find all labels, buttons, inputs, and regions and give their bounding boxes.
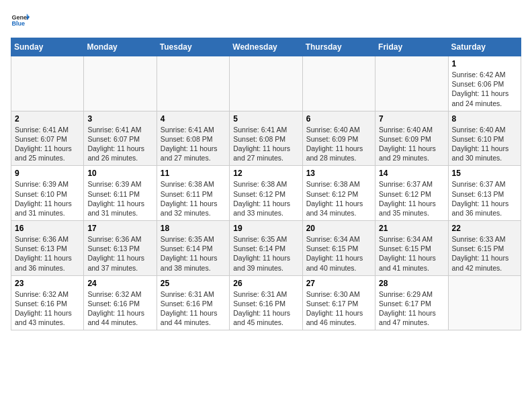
week-row-3: 9Sunrise: 6:39 AMSunset: 6:10 PMDaylight… (11, 166, 521, 221)
day-number: 9 (15, 169, 80, 178)
calendar-cell: 26Sunrise: 6:31 AMSunset: 6:16 PMDayligh… (230, 275, 302, 330)
day-number: 11 (161, 169, 226, 178)
calendar-cell: 18Sunrise: 6:35 AMSunset: 6:14 PMDayligh… (157, 221, 229, 276)
page-header: General Blue (11, 11, 521, 30)
day-number: 18 (161, 224, 226, 233)
day-info: Sunrise: 6:35 AMSunset: 6:14 PMDaylight:… (233, 234, 298, 273)
calendar-cell: 24Sunrise: 6:32 AMSunset: 6:16 PMDayligh… (84, 275, 157, 330)
calendar-cell: 11Sunrise: 6:38 AMSunset: 6:11 PMDayligh… (157, 166, 229, 221)
day-number: 22 (452, 224, 517, 233)
day-info: Sunrise: 6:29 AMSunset: 6:17 PMDaylight:… (379, 289, 444, 328)
day-number: 14 (379, 169, 444, 178)
calendar-cell (448, 275, 521, 330)
calendar-cell: 10Sunrise: 6:39 AMSunset: 6:11 PMDayligh… (84, 166, 157, 221)
calendar-cell: 28Sunrise: 6:29 AMSunset: 6:17 PMDayligh… (375, 275, 448, 330)
day-info: Sunrise: 6:41 AMSunset: 6:07 PMDaylight:… (15, 125, 80, 163)
calendar-cell: 5Sunrise: 6:41 AMSunset: 6:08 PMDaylight… (230, 111, 302, 166)
calendar-cell: 6Sunrise: 6:40 AMSunset: 6:09 PMDaylight… (302, 111, 375, 166)
week-row-1: 1Sunrise: 6:42 AMSunset: 6:06 PMDaylight… (11, 56, 521, 111)
svg-text:Blue: Blue (11, 20, 25, 27)
day-info: Sunrise: 6:37 AMSunset: 6:13 PMDaylight:… (452, 179, 517, 218)
calendar-cell: 21Sunrise: 6:34 AMSunset: 6:15 PMDayligh… (375, 221, 448, 276)
calendar-cell: 8Sunrise: 6:40 AMSunset: 6:10 PMDaylight… (448, 111, 521, 166)
day-info: Sunrise: 6:40 AMSunset: 6:10 PMDaylight:… (452, 125, 517, 163)
logo: General Blue (11, 11, 30, 30)
day-number: 15 (452, 169, 517, 178)
day-info: Sunrise: 6:38 AMSunset: 6:12 PMDaylight:… (233, 179, 298, 218)
day-info: Sunrise: 6:41 AMSunset: 6:08 PMDaylight:… (161, 125, 226, 163)
weekday-header-wednesday: Wednesday (230, 38, 302, 56)
day-number: 8 (452, 114, 517, 124)
weekday-header-tuesday: Tuesday (157, 38, 229, 56)
calendar-cell: 9Sunrise: 6:39 AMSunset: 6:10 PMDaylight… (11, 166, 84, 221)
day-info: Sunrise: 6:41 AMSunset: 6:08 PMDaylight:… (233, 125, 298, 163)
day-number: 7 (379, 114, 444, 124)
day-info: Sunrise: 6:34 AMSunset: 6:15 PMDaylight:… (306, 234, 371, 273)
day-number: 28 (379, 279, 444, 288)
day-number: 2 (15, 114, 80, 124)
calendar-cell: 16Sunrise: 6:36 AMSunset: 6:13 PMDayligh… (11, 221, 84, 276)
day-info: Sunrise: 6:33 AMSunset: 6:15 PMDaylight:… (452, 234, 517, 273)
day-info: Sunrise: 6:32 AMSunset: 6:16 PMDaylight:… (87, 289, 152, 328)
calendar-cell: 27Sunrise: 6:30 AMSunset: 6:17 PMDayligh… (302, 275, 375, 330)
day-info: Sunrise: 6:41 AMSunset: 6:07 PMDaylight:… (87, 125, 152, 163)
day-info: Sunrise: 6:31 AMSunset: 6:16 PMDaylight:… (233, 289, 298, 328)
day-info: Sunrise: 6:31 AMSunset: 6:16 PMDaylight:… (161, 289, 226, 328)
calendar-cell (375, 56, 448, 111)
day-info: Sunrise: 6:40 AMSunset: 6:09 PMDaylight:… (306, 125, 371, 163)
calendar-cell (157, 56, 229, 111)
day-info: Sunrise: 6:35 AMSunset: 6:14 PMDaylight:… (161, 234, 226, 273)
day-info: Sunrise: 6:36 AMSunset: 6:13 PMDaylight:… (15, 234, 80, 273)
calendar-cell: 23Sunrise: 6:32 AMSunset: 6:16 PMDayligh… (11, 275, 84, 330)
day-info: Sunrise: 6:30 AMSunset: 6:17 PMDaylight:… (306, 289, 371, 328)
day-number: 19 (233, 224, 298, 233)
day-info: Sunrise: 6:40 AMSunset: 6:09 PMDaylight:… (379, 125, 444, 163)
day-number: 23 (15, 279, 80, 288)
calendar-cell: 17Sunrise: 6:36 AMSunset: 6:13 PMDayligh… (84, 221, 157, 276)
weekday-header-thursday: Thursday (302, 38, 375, 56)
day-info: Sunrise: 6:37 AMSunset: 6:12 PMDaylight:… (379, 179, 444, 218)
calendar-cell: 13Sunrise: 6:38 AMSunset: 6:12 PMDayligh… (302, 166, 375, 221)
day-number: 25 (161, 279, 226, 288)
calendar-table: SundayMondayTuesdayWednesdayThursdayFrid… (11, 38, 521, 330)
calendar-cell: 25Sunrise: 6:31 AMSunset: 6:16 PMDayligh… (157, 275, 229, 330)
day-info: Sunrise: 6:36 AMSunset: 6:13 PMDaylight:… (87, 234, 152, 273)
calendar-cell: 4Sunrise: 6:41 AMSunset: 6:08 PMDaylight… (157, 111, 229, 166)
day-info: Sunrise: 6:38 AMSunset: 6:12 PMDaylight:… (306, 179, 371, 218)
day-number: 21 (379, 224, 444, 233)
weekday-header-friday: Friday (375, 38, 448, 56)
day-number: 16 (15, 224, 80, 233)
calendar-cell: 22Sunrise: 6:33 AMSunset: 6:15 PMDayligh… (448, 221, 521, 276)
calendar-cell: 19Sunrise: 6:35 AMSunset: 6:14 PMDayligh… (230, 221, 302, 276)
day-info: Sunrise: 6:34 AMSunset: 6:15 PMDaylight:… (379, 234, 444, 273)
weekday-header-saturday: Saturday (448, 38, 521, 56)
weekday-header-sunday: Sunday (11, 38, 84, 56)
day-number: 12 (233, 169, 298, 178)
calendar-cell (11, 56, 84, 111)
weekday-header-row: SundayMondayTuesdayWednesdayThursdayFrid… (11, 38, 521, 56)
day-info: Sunrise: 6:38 AMSunset: 6:11 PMDaylight:… (161, 179, 226, 218)
day-number: 6 (306, 114, 371, 124)
day-number: 3 (87, 114, 152, 124)
calendar-cell: 3Sunrise: 6:41 AMSunset: 6:07 PMDaylight… (84, 111, 157, 166)
day-info: Sunrise: 6:32 AMSunset: 6:16 PMDaylight:… (15, 289, 80, 328)
day-info: Sunrise: 6:39 AMSunset: 6:10 PMDaylight:… (15, 179, 80, 218)
calendar-cell (84, 56, 157, 111)
weekday-header-monday: Monday (84, 38, 157, 56)
day-number: 17 (87, 224, 152, 233)
calendar-cell (230, 56, 302, 111)
day-number: 10 (87, 169, 152, 178)
day-number: 13 (306, 169, 371, 178)
calendar-cell: 12Sunrise: 6:38 AMSunset: 6:12 PMDayligh… (230, 166, 302, 221)
day-number: 26 (233, 279, 298, 288)
day-info: Sunrise: 6:39 AMSunset: 6:11 PMDaylight:… (87, 179, 152, 218)
day-number: 4 (161, 114, 226, 124)
logo-icon: General Blue (11, 11, 30, 30)
calendar-cell: 1Sunrise: 6:42 AMSunset: 6:06 PMDaylight… (448, 56, 521, 111)
calendar-cell: 15Sunrise: 6:37 AMSunset: 6:13 PMDayligh… (448, 166, 521, 221)
calendar-cell: 2Sunrise: 6:41 AMSunset: 6:07 PMDaylight… (11, 111, 84, 166)
week-row-2: 2Sunrise: 6:41 AMSunset: 6:07 PMDaylight… (11, 111, 521, 166)
week-row-4: 16Sunrise: 6:36 AMSunset: 6:13 PMDayligh… (11, 221, 521, 276)
calendar-cell (302, 56, 375, 111)
day-info: Sunrise: 6:42 AMSunset: 6:06 PMDaylight:… (452, 70, 517, 108)
